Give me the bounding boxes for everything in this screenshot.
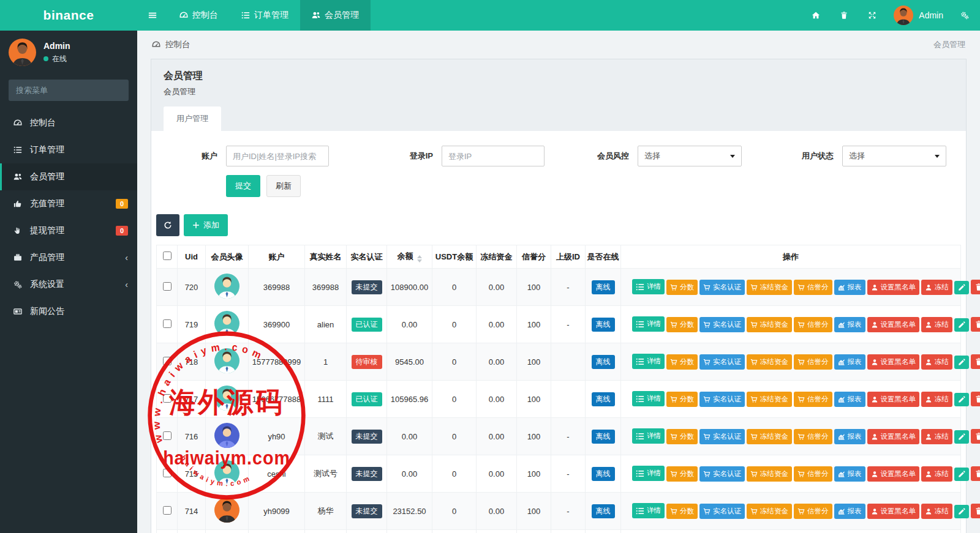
sidebar-item[interactable]: 控制台	[0, 110, 137, 136]
col-credit[interactable]: 信誉分	[517, 245, 551, 269]
col-parent[interactable]: 上级ID	[551, 245, 586, 269]
edit-button[interactable]	[954, 356, 969, 369]
action-button-cart[interactable]: 分数	[666, 392, 698, 407]
row-checkbox[interactable]	[163, 357, 172, 365]
action-button-user[interactable]: 冻结	[921, 354, 952, 370]
sidebar-search-input[interactable]	[9, 80, 129, 101]
action-button-cart[interactable]: 实名认证	[699, 429, 745, 444]
edit-button[interactable]	[954, 430, 969, 444]
row-checkbox[interactable]	[163, 394, 172, 403]
select-all-checkbox[interactable]	[163, 252, 172, 260]
edit-button[interactable]	[954, 393, 969, 406]
action-button-user[interactable]: 设置黑名单	[867, 392, 920, 407]
sidebar-item[interactable]: 提现管理0	[0, 217, 137, 244]
action-button-user[interactable]: 冻结	[921, 280, 952, 295]
top-menu-item[interactable]: 订单管理	[230, 0, 300, 31]
action-button-cart[interactable]: 分数	[666, 354, 698, 370]
user-menu[interactable]: Admin	[889, 6, 948, 25]
user-status-select[interactable]: 选择	[842, 146, 946, 166]
action-button-user[interactable]: 设置黑名单	[867, 354, 920, 370]
action-button-cart[interactable]: 信誉分	[794, 504, 832, 519]
action-button-chart[interactable]: 报表	[834, 429, 865, 444]
action-button-cart[interactable]: 实名认证	[699, 354, 745, 370]
submit-button[interactable]: 提交	[226, 175, 260, 197]
delete-button[interactable]	[971, 466, 980, 481]
sort-icon[interactable]	[417, 255, 422, 263]
action-button-cart[interactable]: 冻结资金	[747, 504, 792, 519]
action-button-user[interactable]: 冻结	[921, 466, 952, 482]
action-button-chart[interactable]: 报表	[834, 504, 865, 519]
home-button[interactable]	[804, 0, 827, 31]
action-button-cart[interactable]: 分数	[666, 317, 698, 332]
action-button-list[interactable]: 详情	[632, 466, 665, 481]
col-frozen[interactable]: 冻结资金	[477, 245, 517, 269]
sidebar-item[interactable]: 新闻公告	[0, 298, 137, 325]
action-button-list[interactable]: 详情	[632, 391, 665, 406]
action-button-chart[interactable]: 报表	[834, 280, 865, 295]
row-checkbox[interactable]	[163, 282, 172, 291]
action-button-cart[interactable]: 信誉分	[794, 429, 832, 444]
action-button-user[interactable]: 设置黑名单	[867, 280, 920, 295]
col-online[interactable]: 是否在线	[586, 245, 621, 269]
action-button-list[interactable]: 详情	[632, 279, 665, 294]
edit-button[interactable]	[954, 505, 969, 518]
action-button-cart[interactable]: 信誉分	[794, 317, 832, 332]
action-button-chart[interactable]: 报表	[834, 317, 865, 332]
login-ip-input[interactable]	[442, 146, 545, 166]
delete-button[interactable]	[971, 392, 980, 406]
edit-button[interactable]	[954, 318, 969, 332]
account-search-input[interactable]	[226, 146, 329, 166]
sidebar-item[interactable]: 系统设置‹	[0, 271, 137, 298]
col-avatar[interactable]: 会员头像	[206, 245, 249, 269]
action-button-cart[interactable]: 冻结资金	[747, 280, 792, 295]
action-button-cart[interactable]: 信誉分	[794, 392, 832, 407]
row-checkbox[interactable]	[163, 319, 172, 328]
fullscreen-button[interactable]	[861, 0, 884, 31]
action-button-cart[interactable]: 分数	[666, 280, 698, 295]
tab-user-management[interactable]: 用户管理	[164, 106, 221, 131]
action-button-cart[interactable]: 冻结资金	[747, 392, 792, 407]
sidebar-item[interactable]: 充值管理0	[0, 190, 137, 217]
reload-table-button[interactable]	[156, 214, 179, 236]
delete-button[interactable]	[971, 354, 980, 369]
sidebar-item[interactable]: 会员管理	[0, 163, 137, 190]
action-button-cart[interactable]: 实名认证	[699, 466, 745, 482]
action-button-cart[interactable]: 实名认证	[699, 317, 745, 332]
action-button-cart[interactable]: 信誉分	[794, 280, 832, 295]
action-button-user[interactable]: 冻结	[921, 504, 952, 519]
edit-button[interactable]	[954, 468, 969, 481]
delete-button[interactable]	[971, 429, 980, 444]
action-button-cart[interactable]: 实名认证	[699, 504, 745, 519]
sidebar-toggle-button[interactable]	[137, 0, 168, 31]
action-button-user[interactable]: 冻结	[921, 317, 952, 332]
action-button-cart[interactable]: 冻结资金	[747, 354, 792, 370]
action-button-user[interactable]: 设置黑名单	[867, 466, 920, 482]
col-realname[interactable]: 真实姓名	[305, 245, 347, 269]
action-button-cart[interactable]: 冻结资金	[747, 317, 792, 332]
action-button-cart[interactable]: 实名认证	[699, 392, 745, 407]
action-button-list[interactable]: 详情	[632, 503, 665, 518]
col-balance[interactable]: 余额	[387, 245, 432, 269]
refresh-button[interactable]: 刷新	[266, 175, 301, 197]
action-button-list[interactable]: 详情	[632, 428, 665, 444]
sidebar-item[interactable]: 产品管理‹	[0, 244, 137, 271]
action-button-user[interactable]: 冻结	[921, 392, 952, 407]
breadcrumb-left[interactable]: 控制台	[165, 39, 190, 50]
col-account[interactable]: 账户	[249, 245, 305, 269]
settings-button[interactable]	[953, 0, 976, 31]
action-button-cart[interactable]: 信誉分	[794, 466, 832, 482]
action-button-user[interactable]: 设置黑名单	[867, 429, 920, 444]
sidebar-item[interactable]: 订单管理	[0, 136, 137, 163]
clear-cache-button[interactable]	[832, 0, 856, 31]
col-verify[interactable]: 实名认证	[347, 245, 387, 269]
row-checkbox[interactable]	[163, 431, 172, 440]
delete-button[interactable]	[971, 280, 980, 294]
action-button-cart[interactable]: 分数	[666, 504, 698, 519]
top-menu-item[interactable]: 控制台	[168, 0, 230, 31]
delete-button[interactable]	[971, 317, 980, 332]
edit-button[interactable]	[954, 281, 969, 294]
action-button-user[interactable]: 设置黑名单	[867, 317, 920, 332]
action-button-cart[interactable]: 分数	[666, 466, 698, 482]
action-button-chart[interactable]: 报表	[834, 354, 865, 370]
delete-button[interactable]	[971, 504, 980, 518]
